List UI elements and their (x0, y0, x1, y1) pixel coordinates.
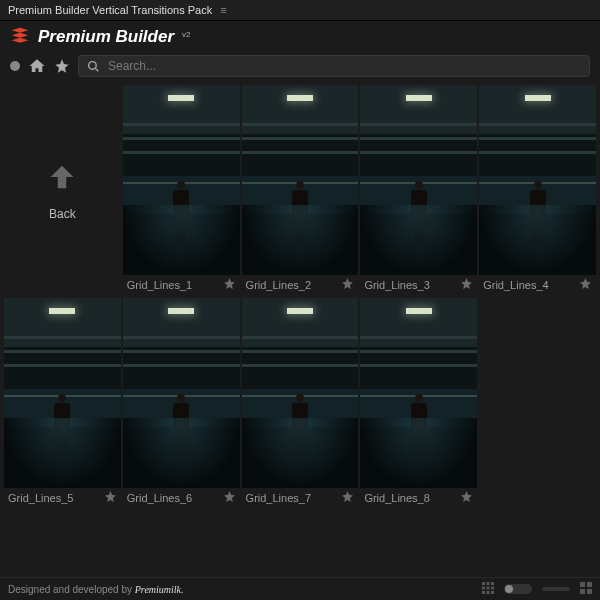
favorite-star-icon[interactable] (104, 490, 117, 505)
svg-rect-3 (487, 582, 490, 585)
logo-icon (10, 27, 30, 47)
favorite-star-icon[interactable] (341, 277, 354, 292)
preset-cell: Grid_Lines_6 (123, 298, 240, 509)
search-icon (87, 60, 100, 73)
svg-rect-14 (587, 589, 592, 594)
svg-point-0 (89, 61, 97, 69)
hamburger-icon[interactable]: ≡ (220, 4, 226, 16)
preset-thumbnail[interactable] (360, 298, 477, 488)
preset-thumbnail[interactable] (242, 85, 359, 275)
preset-name: Grid_Lines_1 (127, 279, 192, 291)
preset-name: Grid_Lines_4 (483, 279, 548, 291)
preset-name: Grid_Lines_7 (246, 492, 311, 504)
toolbar (0, 55, 600, 85)
footer-credit: Designed and developed by Premiumilk. (8, 584, 184, 595)
grid-large-icon[interactable] (580, 582, 592, 596)
preset-thumbnail[interactable] (4, 298, 121, 488)
preset-name: Grid_Lines_2 (246, 279, 311, 291)
svg-rect-11 (580, 582, 585, 587)
arrow-up-icon (45, 160, 79, 197)
preset-name: Grid_Lines_6 (127, 492, 192, 504)
svg-rect-12 (587, 582, 592, 587)
home-icon[interactable] (28, 57, 46, 75)
footer-slider[interactable] (542, 587, 570, 591)
svg-rect-8 (482, 591, 485, 594)
footer: Designed and developed by Premiumilk. (0, 577, 600, 600)
svg-rect-7 (491, 587, 494, 590)
svg-rect-6 (487, 587, 490, 590)
search-input[interactable] (108, 59, 581, 73)
svg-rect-13 (580, 589, 585, 594)
back-button[interactable]: Back (4, 85, 121, 295)
brand-version: v2 (182, 30, 190, 39)
favorite-star-icon[interactable] (460, 277, 473, 292)
favorites-star-icon[interactable] (54, 58, 70, 74)
svg-rect-9 (487, 591, 490, 594)
search-box[interactable] (78, 55, 590, 77)
preset-name: Grid_Lines_8 (364, 492, 429, 504)
preset-cell: Grid_Lines_1 (123, 85, 240, 296)
preset-cell: Grid_Lines_4 (479, 85, 596, 296)
preset-name: Grid_Lines_5 (8, 492, 73, 504)
favorite-star-icon[interactable] (223, 490, 236, 505)
window-titlebar: Premium Builder Vertical Transitions Pac… (0, 0, 600, 21)
favorite-star-icon[interactable] (341, 490, 354, 505)
favorite-star-icon[interactable] (579, 277, 592, 292)
favorite-star-icon[interactable] (223, 277, 236, 292)
status-dot-icon (10, 61, 20, 71)
back-label: Back (49, 207, 76, 221)
preset-thumbnail[interactable] (123, 85, 240, 275)
preset-cell: Grid_Lines_2 (242, 85, 359, 296)
svg-rect-4 (491, 582, 494, 585)
grid-small-icon[interactable] (482, 582, 494, 596)
window-title: Premium Builder Vertical Transitions Pac… (8, 4, 212, 16)
preset-cell: Grid_Lines_8 (360, 298, 477, 509)
preset-cell: Grid_Lines_3 (360, 85, 477, 296)
footer-toggle[interactable] (504, 584, 532, 594)
brand-name: Premium Builder (38, 27, 174, 47)
svg-rect-2 (482, 582, 485, 585)
preset-cell: Grid_Lines_5 (4, 298, 121, 509)
preset-thumbnail[interactable] (242, 298, 359, 488)
svg-rect-10 (491, 591, 494, 594)
preset-name: Grid_Lines_3 (364, 279, 429, 291)
favorite-star-icon[interactable] (460, 490, 473, 505)
brand-header: Premium Builder v2 (0, 21, 600, 55)
preset-thumbnail[interactable] (123, 298, 240, 488)
svg-line-1 (95, 68, 98, 71)
svg-rect-5 (482, 587, 485, 590)
preset-thumbnail[interactable] (360, 85, 477, 275)
preset-cell: Grid_Lines_7 (242, 298, 359, 509)
preset-thumbnail[interactable] (479, 85, 596, 275)
